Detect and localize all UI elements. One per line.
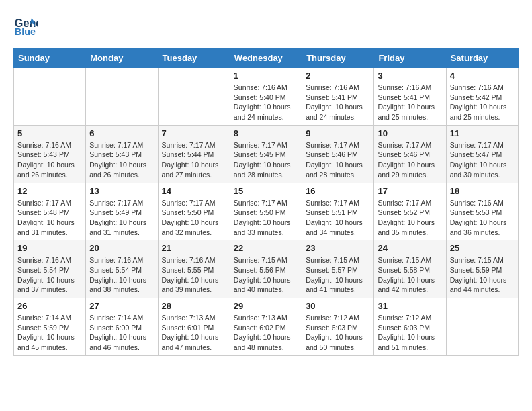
calendar-cell bbox=[446, 298, 518, 356]
day-info: Sunrise: 7:13 AM Sunset: 6:02 PM Dayligh… bbox=[234, 313, 298, 353]
day-info: Sunrise: 7:15 AM Sunset: 5:57 PM Dayligh… bbox=[306, 255, 370, 295]
calendar-week-3: 12Sunrise: 7:17 AM Sunset: 5:48 PM Dayli… bbox=[14, 183, 519, 240]
day-number: 26 bbox=[17, 301, 82, 311]
day-number: 14 bbox=[162, 186, 226, 196]
calendar-cell: 3Sunrise: 7:16 AM Sunset: 5:41 PM Daylig… bbox=[374, 68, 446, 126]
day-number: 27 bbox=[89, 301, 154, 311]
svg-text:Blue: Blue bbox=[15, 26, 36, 37]
day-info: Sunrise: 7:15 AM Sunset: 5:56 PM Dayligh… bbox=[234, 255, 298, 295]
calendar-cell: 28Sunrise: 7:13 AM Sunset: 6:01 PM Dayli… bbox=[158, 298, 230, 356]
day-number: 23 bbox=[306, 243, 370, 253]
day-number: 21 bbox=[162, 243, 226, 253]
calendar-cell: 26Sunrise: 7:14 AM Sunset: 5:59 PM Dayli… bbox=[14, 298, 86, 356]
day-number: 11 bbox=[450, 128, 515, 138]
day-info: Sunrise: 7:17 AM Sunset: 5:48 PM Dayligh… bbox=[17, 198, 82, 238]
weekday-friday: Friday bbox=[374, 49, 446, 68]
weekday-tuesday: Tuesday bbox=[158, 49, 230, 68]
day-info: Sunrise: 7:17 AM Sunset: 5:51 PM Dayligh… bbox=[306, 198, 370, 238]
day-number: 22 bbox=[234, 243, 298, 253]
day-number: 5 bbox=[17, 128, 82, 138]
day-number: 12 bbox=[17, 186, 82, 196]
calendar-cell bbox=[86, 68, 158, 126]
calendar-cell: 23Sunrise: 7:15 AM Sunset: 5:57 PM Dayli… bbox=[302, 240, 374, 298]
calendar-cell: 1Sunrise: 7:16 AM Sunset: 5:40 PM Daylig… bbox=[230, 68, 302, 126]
day-number: 17 bbox=[378, 186, 442, 196]
calendar-cell: 17Sunrise: 7:17 AM Sunset: 5:52 PM Dayli… bbox=[374, 183, 446, 240]
calendar-week-1: 1Sunrise: 7:16 AM Sunset: 5:40 PM Daylig… bbox=[14, 68, 519, 126]
calendar-cell bbox=[158, 68, 230, 126]
calendar-week-4: 19Sunrise: 7:16 AM Sunset: 5:54 PM Dayli… bbox=[14, 240, 519, 298]
day-number: 16 bbox=[306, 186, 370, 196]
day-info: Sunrise: 7:16 AM Sunset: 5:55 PM Dayligh… bbox=[162, 255, 226, 295]
calendar-cell: 20Sunrise: 7:16 AM Sunset: 5:54 PM Dayli… bbox=[86, 240, 158, 298]
calendar-cell: 29Sunrise: 7:13 AM Sunset: 6:02 PM Dayli… bbox=[230, 298, 302, 356]
day-number: 4 bbox=[450, 71, 515, 81]
day-number: 1 bbox=[234, 71, 298, 81]
calendar-cell: 4Sunrise: 7:16 AM Sunset: 5:42 PM Daylig… bbox=[446, 68, 518, 126]
logo-icon: General Blue bbox=[13, 13, 38, 38]
day-info: Sunrise: 7:17 AM Sunset: 5:49 PM Dayligh… bbox=[89, 198, 154, 238]
calendar-cell: 15Sunrise: 7:17 AM Sunset: 5:50 PM Dayli… bbox=[230, 183, 302, 240]
day-number: 15 bbox=[234, 186, 298, 196]
day-info: Sunrise: 7:17 AM Sunset: 5:43 PM Dayligh… bbox=[89, 140, 154, 180]
day-number: 29 bbox=[234, 301, 298, 311]
weekday-wednesday: Wednesday bbox=[230, 49, 302, 68]
day-number: 20 bbox=[89, 243, 154, 253]
day-info: Sunrise: 7:17 AM Sunset: 5:50 PM Dayligh… bbox=[162, 198, 226, 238]
day-number: 2 bbox=[306, 71, 370, 81]
calendar-cell: 27Sunrise: 7:14 AM Sunset: 6:00 PM Dayli… bbox=[86, 298, 158, 356]
calendar-cell: 8Sunrise: 7:17 AM Sunset: 5:45 PM Daylig… bbox=[230, 125, 302, 183]
day-info: Sunrise: 7:16 AM Sunset: 5:40 PM Dayligh… bbox=[234, 83, 298, 122]
day-info: Sunrise: 7:17 AM Sunset: 5:46 PM Dayligh… bbox=[378, 140, 442, 180]
day-number: 28 bbox=[162, 301, 226, 311]
calendar-cell: 18Sunrise: 7:16 AM Sunset: 5:53 PM Dayli… bbox=[446, 183, 518, 240]
day-info: Sunrise: 7:17 AM Sunset: 5:46 PM Dayligh… bbox=[306, 140, 370, 180]
calendar-cell: 7Sunrise: 7:17 AM Sunset: 5:44 PM Daylig… bbox=[158, 125, 230, 183]
page-header: General Blue bbox=[13, 13, 519, 38]
day-info: Sunrise: 7:16 AM Sunset: 5:43 PM Dayligh… bbox=[17, 140, 82, 180]
day-number: 18 bbox=[450, 186, 515, 196]
day-number: 9 bbox=[306, 128, 370, 138]
logo: General Blue bbox=[13, 13, 40, 38]
weekday-header-row: SundayMondayTuesdayWednesdayThursdayFrid… bbox=[14, 49, 519, 68]
day-info: Sunrise: 7:15 AM Sunset: 5:59 PM Dayligh… bbox=[450, 255, 515, 295]
calendar-cell: 16Sunrise: 7:17 AM Sunset: 5:51 PM Dayli… bbox=[302, 183, 374, 240]
calendar-cell: 5Sunrise: 7:16 AM Sunset: 5:43 PM Daylig… bbox=[14, 125, 86, 183]
calendar-cell: 2Sunrise: 7:16 AM Sunset: 5:41 PM Daylig… bbox=[302, 68, 374, 126]
day-info: Sunrise: 7:17 AM Sunset: 5:47 PM Dayligh… bbox=[450, 140, 515, 180]
calendar-cell: 24Sunrise: 7:15 AM Sunset: 5:58 PM Dayli… bbox=[374, 240, 446, 298]
day-info: Sunrise: 7:16 AM Sunset: 5:42 PM Dayligh… bbox=[450, 83, 515, 122]
day-number: 31 bbox=[378, 301, 442, 311]
day-number: 25 bbox=[450, 243, 515, 253]
calendar-week-2: 5Sunrise: 7:16 AM Sunset: 5:43 PM Daylig… bbox=[14, 125, 519, 183]
calendar-cell: 30Sunrise: 7:12 AM Sunset: 6:03 PM Dayli… bbox=[302, 298, 374, 356]
calendar-cell: 12Sunrise: 7:17 AM Sunset: 5:48 PM Dayli… bbox=[14, 183, 86, 240]
day-info: Sunrise: 7:16 AM Sunset: 5:54 PM Dayligh… bbox=[17, 255, 82, 295]
day-info: Sunrise: 7:16 AM Sunset: 5:41 PM Dayligh… bbox=[378, 83, 442, 122]
calendar-table: SundayMondayTuesdayWednesdayThursdayFrid… bbox=[13, 48, 519, 356]
calendar-week-5: 26Sunrise: 7:14 AM Sunset: 5:59 PM Dayli… bbox=[14, 298, 519, 356]
calendar-cell: 6Sunrise: 7:17 AM Sunset: 5:43 PM Daylig… bbox=[86, 125, 158, 183]
calendar-cell: 10Sunrise: 7:17 AM Sunset: 5:46 PM Dayli… bbox=[374, 125, 446, 183]
day-info: Sunrise: 7:15 AM Sunset: 5:58 PM Dayligh… bbox=[378, 255, 442, 295]
calendar-cell: 22Sunrise: 7:15 AM Sunset: 5:56 PM Dayli… bbox=[230, 240, 302, 298]
day-number: 6 bbox=[89, 128, 154, 138]
day-info: Sunrise: 7:16 AM Sunset: 5:54 PM Dayligh… bbox=[89, 255, 154, 295]
day-info: Sunrise: 7:13 AM Sunset: 6:01 PM Dayligh… bbox=[162, 313, 226, 353]
day-info: Sunrise: 7:16 AM Sunset: 5:41 PM Dayligh… bbox=[306, 83, 370, 122]
day-info: Sunrise: 7:14 AM Sunset: 6:00 PM Dayligh… bbox=[89, 313, 154, 353]
day-number: 30 bbox=[306, 301, 370, 311]
day-info: Sunrise: 7:12 AM Sunset: 6:03 PM Dayligh… bbox=[378, 313, 442, 353]
weekday-sunday: Sunday bbox=[14, 49, 86, 68]
day-info: Sunrise: 7:17 AM Sunset: 5:45 PM Dayligh… bbox=[234, 140, 298, 180]
day-info: Sunrise: 7:17 AM Sunset: 5:52 PM Dayligh… bbox=[378, 198, 442, 238]
day-number: 7 bbox=[162, 128, 226, 138]
calendar-cell: 21Sunrise: 7:16 AM Sunset: 5:55 PM Dayli… bbox=[158, 240, 230, 298]
day-info: Sunrise: 7:16 AM Sunset: 5:53 PM Dayligh… bbox=[450, 198, 515, 238]
day-number: 13 bbox=[89, 186, 154, 196]
day-info: Sunrise: 7:12 AM Sunset: 6:03 PM Dayligh… bbox=[306, 313, 370, 353]
calendar-cell: 14Sunrise: 7:17 AM Sunset: 5:50 PM Dayli… bbox=[158, 183, 230, 240]
weekday-thursday: Thursday bbox=[302, 49, 374, 68]
day-number: 8 bbox=[234, 128, 298, 138]
weekday-monday: Monday bbox=[86, 49, 158, 68]
